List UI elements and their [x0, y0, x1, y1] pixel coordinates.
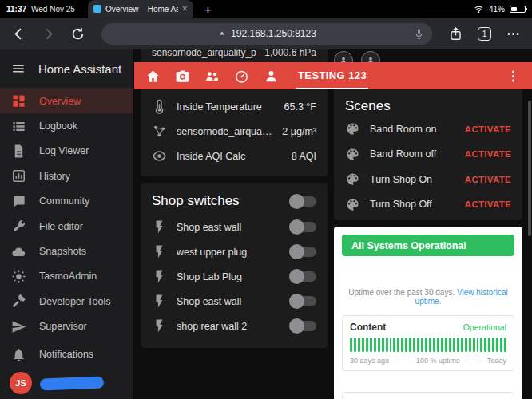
scene-row[interactable]: Band Room on ACTIVATE	[334, 117, 522, 142]
close-tab-icon[interactable]: ×	[182, 3, 188, 14]
sensor-row[interactable]: Inside AQI Calc 8 AQI	[141, 144, 328, 168]
switch-row[interactable]: Shop east wall	[141, 289, 328, 314]
sidebar-item-label: Snapshots	[39, 246, 86, 257]
switch-row[interactable]: Shop east wall	[141, 215, 328, 239]
main-view: sensornode_airquality_pressure 1,000.6 h…	[134, 49, 532, 399]
tab-testing-123[interactable]: TESTING 123	[296, 62, 368, 89]
sensor-value: 8 AQI	[292, 151, 316, 162]
sensor-row[interactable]: sensornode_airquality_pm_2_5 2 µg/m³	[141, 119, 328, 144]
sensor-value: 2 µg/m³	[282, 126, 316, 137]
sidebar-item-label: Logbook	[39, 120, 77, 132]
toggle-switch[interactable]	[291, 247, 316, 257]
component-name: Content	[350, 322, 386, 333]
switch-row[interactable]: west upper plug	[141, 239, 328, 264]
status-banner: All Systems Operational	[342, 235, 514, 256]
menu-icon[interactable]	[11, 61, 26, 76]
url-field[interactable]: 192.168.1.250:8123	[101, 23, 432, 45]
toggle-all-switch[interactable]	[291, 196, 316, 207]
scrollbar[interactable]	[528, 101, 531, 236]
sidebar-item-label: Overview	[39, 96, 81, 107]
uptime-bar-chart	[350, 338, 506, 352]
sidebar-item-log-viewer[interactable]: Log Viewer	[0, 139, 133, 164]
thermometer-icon	[152, 99, 167, 114]
battery-icon	[510, 6, 526, 13]
activate-button[interactable]: ACTIVATE	[465, 149, 511, 159]
sidebar-item-label: Developer Tools	[39, 296, 110, 307]
range-end: Today	[487, 357, 506, 365]
toggle-switch[interactable]	[291, 222, 316, 232]
account-icon[interactable]	[264, 69, 279, 84]
hammer-icon	[11, 294, 26, 309]
flash-icon	[152, 318, 167, 334]
ios-status-bar: 11:37 Wed Nov 25 Overview – Home Assist.…	[0, 0, 532, 18]
share-icon[interactable]	[448, 26, 463, 41]
shop-switches-card: Shop switches Shop east wall west upper …	[141, 183, 328, 348]
scene-name: Band Room on	[370, 124, 455, 135]
sidebar-item-snapshots[interactable]: Snapshots	[0, 239, 133, 263]
browser-menu-icon[interactable]	[506, 26, 521, 41]
overflow-menu-icon[interactable]	[506, 69, 521, 84]
voice-search-button[interactable]	[413, 28, 425, 40]
toggle-switch[interactable]	[291, 321, 316, 331]
status-bar-right: 41%	[474, 4, 526, 14]
new-tab-button[interactable]: +	[204, 3, 212, 15]
sidebar-item-logbook[interactable]: Logbook	[0, 113, 133, 138]
sensor-card-peek: sensornode_airquality_pressure 1,000.6 h…	[141, 49, 328, 62]
switch-row[interactable]: Shop Lab Plug	[141, 264, 328, 289]
scene-row[interactable]: Band Room off ACTIVATE	[334, 142, 522, 168]
forum-icon	[11, 194, 26, 209]
toggle-switch[interactable]	[291, 296, 316, 306]
user-profile-row[interactable]: JS	[0, 367, 133, 399]
gauge-icon[interactable]	[234, 69, 249, 84]
home-icon[interactable]	[145, 69, 161, 84]
back-icon[interactable]	[11, 26, 26, 41]
sidebar-item-label: History	[39, 171, 70, 182]
sidebar-item-community[interactable]: Community	[0, 189, 133, 214]
palette-icon	[345, 172, 360, 187]
sidebar-item-history[interactable]: History	[0, 164, 133, 188]
tab-switcher-button[interactable]: 1	[478, 27, 491, 41]
entity-badge[interactable]	[334, 51, 353, 62]
activate-button[interactable]: ACTIVATE	[465, 175, 511, 184]
palette-icon	[345, 197, 360, 212]
scene-row[interactable]: Turn Shop Off ACTIVATE	[334, 192, 522, 218]
sensor-row[interactable]: Inside Temperature 65.3 °F	[141, 94, 328, 119]
sensor-name: sensornode_airquality_pm_2_5	[177, 126, 272, 137]
list-icon	[11, 119, 26, 134]
sidebar-item-label: Log Viewer	[39, 145, 89, 156]
uptime-percent: 100 % uptime	[416, 357, 460, 365]
activate-button[interactable]: ACTIVATE	[465, 200, 511, 209]
people-icon[interactable]	[204, 69, 220, 84]
entity-badge[interactable]	[361, 51, 380, 62]
clock-time: 11:37	[6, 5, 26, 14]
avatar[interactable]: JS	[10, 372, 32, 394]
palette-icon	[345, 147, 360, 162]
scene-name: Turn Shop On	[370, 174, 455, 185]
sidebar-item-label: File editor	[39, 221, 83, 232]
toggle-switch[interactable]	[291, 271, 316, 282]
card-title: Scenes	[334, 89, 522, 117]
switch-name: shop rear wall 2	[177, 321, 281, 332]
url-text: 192.168.1.250:8123	[231, 28, 316, 39]
chart-icon	[11, 168, 26, 184]
redacted-username	[40, 376, 104, 390]
activate-button[interactable]: ACTIVATE	[465, 124, 511, 134]
sidebar-item-notifications[interactable]: Notifications	[0, 342, 133, 367]
statuspage-card: All Systems Operational Uptime over the …	[334, 227, 522, 399]
forward-icon[interactable]	[41, 26, 56, 41]
sidebar-item-file-editor[interactable]: File editor	[0, 214, 133, 239]
page-info-icon	[217, 29, 227, 38]
sidebar-item-tasmoadmin[interactable]: TasmoAdmin	[0, 264, 133, 289]
reload-icon[interactable]	[70, 26, 85, 41]
component-content: Content Operational 30 days ago 100 % up…	[342, 315, 514, 371]
sidebar-item-developer-tools[interactable]: Developer Tools	[0, 289, 133, 314]
palette-icon	[345, 121, 360, 136]
scene-row[interactable]: Turn Shop On ACTIVATE	[334, 167, 522, 192]
sidebar-item-supervisor[interactable]: Supervisor	[0, 314, 133, 339]
camera-icon[interactable]	[175, 69, 190, 84]
switch-row[interactable]: shop rear wall 2	[141, 314, 328, 338]
sensor-row[interactable]: sensornode_airquality_pressure 1,000.6 h…	[141, 49, 328, 62]
browser-tab[interactable]: Overview – Home Assist... ×	[88, 0, 193, 18]
component-forums: Forums Operational	[342, 392, 514, 399]
sidebar-item-overview[interactable]: Overview	[0, 89, 133, 113]
